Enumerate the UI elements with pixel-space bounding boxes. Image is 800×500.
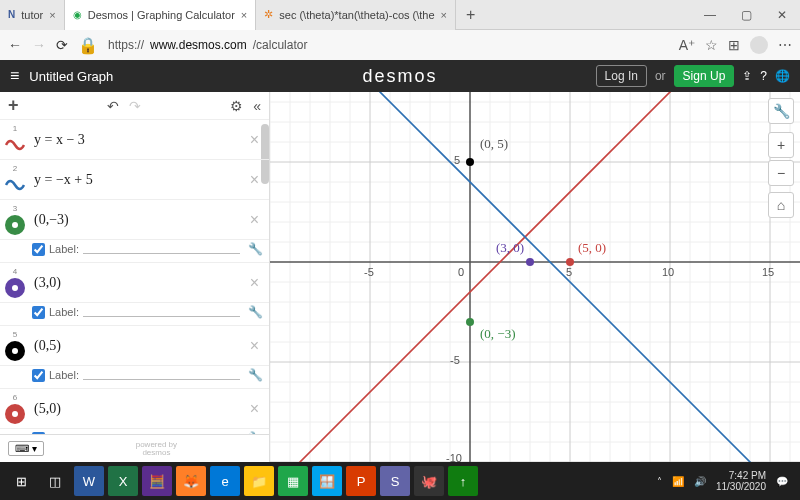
- system-tray[interactable]: ˄ 📶 🔊 7:42 PM 11/30/2020 💬: [657, 470, 794, 492]
- y-tick: -5: [450, 354, 460, 366]
- url-field[interactable]: https://www.desmos.com/calculator: [108, 38, 669, 52]
- collapse-panel-button[interactable]: «: [253, 98, 261, 114]
- label-checkbox[interactable]: [32, 369, 45, 382]
- row-number: 3: [13, 204, 17, 213]
- close-icon[interactable]: ×: [241, 9, 247, 21]
- profile-icon[interactable]: [750, 36, 768, 54]
- taskbar-app[interactable]: ▦: [278, 466, 308, 496]
- browser-tab-0[interactable]: N tutor ×: [0, 0, 65, 30]
- language-icon[interactable]: 🌐: [775, 69, 790, 83]
- expression-text[interactable]: (0,5): [28, 338, 246, 354]
- graph-settings-icon[interactable]: 🔧: [768, 98, 794, 124]
- point-3-0[interactable]: [526, 258, 534, 266]
- wrench-icon[interactable]: 🔧: [248, 242, 263, 256]
- browser-tab-1[interactable]: ◉ Desmos | Graphing Calculator ×: [65, 0, 257, 30]
- maximize-button[interactable]: ▢: [728, 0, 764, 30]
- settings-icon[interactable]: ⚙: [230, 98, 243, 114]
- row-number: 5: [13, 330, 17, 339]
- minimize-button[interactable]: —: [692, 0, 728, 30]
- color-icon[interactable]: [5, 404, 25, 424]
- delete-icon[interactable]: ×: [246, 400, 263, 418]
- expression-text[interactable]: (5,0): [28, 401, 246, 417]
- graph-title[interactable]: Untitled Graph: [29, 69, 113, 84]
- point-0-n3[interactable]: [466, 318, 474, 326]
- taskbar-app[interactable]: S: [380, 466, 410, 496]
- point-0-5[interactable]: [466, 158, 474, 166]
- expression-row[interactable]: 4 (3,0) ×: [0, 263, 269, 303]
- redo-button[interactable]: ↷: [129, 98, 141, 114]
- delete-icon[interactable]: ×: [246, 171, 263, 189]
- taskbar-app[interactable]: e: [210, 466, 240, 496]
- label-input[interactable]: [83, 307, 240, 317]
- start-button[interactable]: ⊞: [6, 466, 36, 496]
- task-view-icon[interactable]: ◫: [40, 466, 70, 496]
- label-checkbox[interactable]: [32, 243, 45, 256]
- zoom-in-button[interactable]: +: [768, 132, 794, 158]
- wrench-icon[interactable]: 🔧: [248, 368, 263, 382]
- home-button[interactable]: ⌂: [768, 192, 794, 218]
- label-input[interactable]: [83, 370, 240, 380]
- read-aloud-icon[interactable]: A⁺: [679, 37, 695, 53]
- taskbar-app[interactable]: 📁: [244, 466, 274, 496]
- expression-row[interactable]: 5 (0,5) ×: [0, 326, 269, 366]
- tray-wifi-icon[interactable]: 📶: [672, 476, 684, 487]
- taskbar-app[interactable]: 🧮: [142, 466, 172, 496]
- keyboard-button[interactable]: ⌨ ▾: [8, 441, 44, 456]
- color-icon[interactable]: [5, 135, 25, 155]
- zoom-out-button[interactable]: −: [768, 160, 794, 186]
- label-input[interactable]: [83, 244, 240, 254]
- color-icon[interactable]: [5, 215, 25, 235]
- close-icon[interactable]: ×: [49, 9, 55, 21]
- close-icon[interactable]: ×: [441, 9, 447, 21]
- expression-row[interactable]: 1 y = x − 3 ×: [0, 120, 269, 160]
- notifications-icon[interactable]: 💬: [776, 476, 788, 487]
- point-5-0[interactable]: [566, 258, 574, 266]
- taskbar-app[interactable]: W: [74, 466, 104, 496]
- login-button[interactable]: Log In: [596, 65, 647, 87]
- delete-icon[interactable]: ×: [246, 337, 263, 355]
- close-window-button[interactable]: ✕: [764, 0, 800, 30]
- back-button[interactable]: ←: [8, 37, 22, 53]
- delete-icon[interactable]: ×: [246, 131, 263, 149]
- expression-text[interactable]: y = −x + 5: [28, 172, 246, 188]
- delete-icon[interactable]: ×: [246, 211, 263, 229]
- taskbar-app[interactable]: 🦊: [176, 466, 206, 496]
- browser-tab-2[interactable]: ✲ sec (\theta)*tan(\theta)-cos (\the ×: [256, 0, 456, 30]
- wrench-icon[interactable]: 🔧: [248, 305, 263, 319]
- share-icon[interactable]: ⇪: [742, 69, 752, 83]
- expression-text[interactable]: (3,0): [28, 275, 246, 291]
- taskbar-app[interactable]: ↑: [448, 466, 478, 496]
- expression-text[interactable]: y = x − 3: [28, 132, 246, 148]
- forward-button[interactable]: →: [32, 37, 46, 53]
- signup-button[interactable]: Sign Up: [674, 65, 735, 87]
- expression-row[interactable]: 6 (5,0) ×: [0, 389, 269, 429]
- color-icon[interactable]: [5, 278, 25, 298]
- taskbar-app[interactable]: 🪟: [312, 466, 342, 496]
- taskbar-app[interactable]: 🐙: [414, 466, 444, 496]
- expression-row[interactable]: 3 (0,−3) ×: [0, 200, 269, 240]
- point-label: (3, 0): [496, 240, 524, 256]
- label-checkbox[interactable]: [32, 306, 45, 319]
- help-icon[interactable]: ?: [760, 69, 767, 83]
- color-icon[interactable]: [5, 175, 25, 195]
- or-label: or: [655, 69, 666, 83]
- expression-text[interactable]: (0,−3): [28, 212, 246, 228]
- hamburger-icon[interactable]: ≡: [10, 67, 19, 85]
- add-expression-button[interactable]: +: [8, 95, 19, 116]
- taskbar-app[interactable]: P: [346, 466, 376, 496]
- delete-icon[interactable]: ×: [246, 274, 263, 292]
- favorite-icon[interactable]: ☆: [705, 37, 718, 53]
- collections-icon[interactable]: ⊞: [728, 37, 740, 53]
- color-icon[interactable]: [5, 341, 25, 361]
- taskbar-app[interactable]: X: [108, 466, 138, 496]
- refresh-button[interactable]: ⟳: [56, 37, 68, 53]
- new-tab-button[interactable]: +: [456, 6, 485, 24]
- tray-volume-icon[interactable]: 🔊: [694, 476, 706, 487]
- undo-button[interactable]: ↶: [107, 98, 119, 114]
- graph-area[interactable]: -5 0 5 10 15 5 -5 -10 (0, 5) (3, 0) (5, …: [270, 92, 800, 462]
- tray-chevron-icon[interactable]: ˄: [657, 476, 662, 487]
- expression-row[interactable]: 2 y = −x + 5 ×: [0, 160, 269, 200]
- menu-icon[interactable]: ⋯: [778, 37, 792, 53]
- row-number: 6: [13, 393, 17, 402]
- favicon-0: N: [8, 9, 15, 20]
